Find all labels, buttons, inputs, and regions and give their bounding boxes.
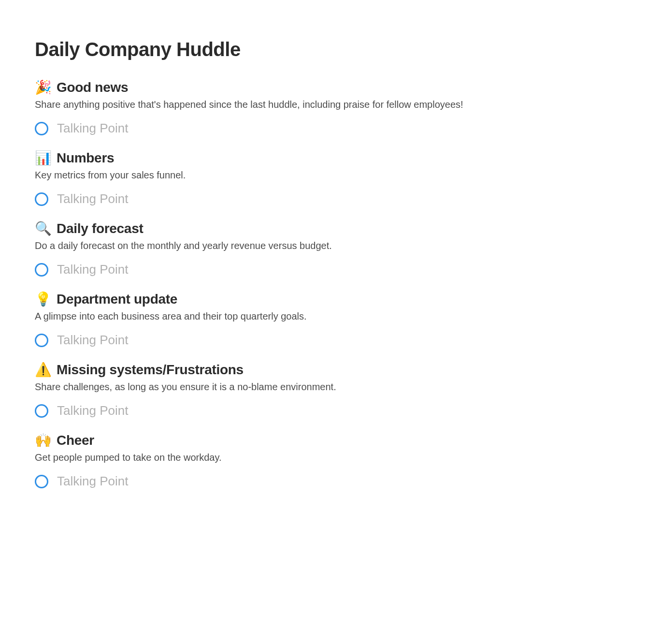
talking-point-input[interactable]: Talking Point [35,191,626,206]
talking-point-input[interactable]: Talking Point [35,403,626,418]
section-missing-systems: ⚠️ Missing systems/Frustrations Share ch… [35,362,626,418]
talking-point-placeholder: Talking Point [57,403,128,418]
circle-icon[interactable] [35,334,48,347]
circle-icon[interactable] [35,404,48,418]
section-header: 🔍 Daily forecast [35,221,626,236]
talking-point-placeholder: Talking Point [57,121,128,136]
section-title: Good news [57,80,128,95]
section-header: ⚠️ Missing systems/Frustrations [35,362,626,378]
talking-point-placeholder: Talking Point [57,262,128,277]
talking-point-input[interactable]: Talking Point [35,262,626,277]
talking-point-placeholder: Talking Point [57,191,128,206]
section-header: 📊 Numbers [35,150,626,166]
section-description: Share challenges, as long as you ensure … [35,381,626,394]
page: Daily Company Huddle 🎉 Good news Share a… [0,0,661,644]
section-title: Numbers [57,150,114,166]
section-description: A glimpse into each business area and th… [35,310,626,323]
talking-point-input[interactable]: Talking Point [35,474,626,489]
section-header: 💡 Department update [35,292,626,307]
section-header: 🎉 Good news [35,80,626,95]
talking-point-placeholder: Talking Point [57,333,128,348]
section-description: Do a daily forecast on the monthly and y… [35,239,626,252]
section-description: Get people pumped to take on the workday… [35,451,626,464]
section-numbers: 📊 Numbers Key metrics from your sales fu… [35,150,626,206]
bar-chart-icon: 📊 [35,151,52,165]
section-description: Key metrics from your sales funnel. [35,169,626,182]
talking-point-input[interactable]: Talking Point [35,121,626,136]
section-title: Missing systems/Frustrations [57,362,244,378]
section-title: Department update [57,292,177,307]
circle-icon[interactable] [35,192,48,206]
raising-hands-icon: 🙌 [35,434,52,447]
warning-icon: ⚠️ [35,363,52,377]
light-bulb-icon: 💡 [35,293,52,306]
section-header: 🙌 Cheer [35,433,626,448]
circle-icon[interactable] [35,475,48,488]
circle-icon[interactable] [35,122,48,135]
magnifying-glass-icon: 🔍 [35,222,52,235]
talking-point-placeholder: Talking Point [57,474,128,489]
talking-point-input[interactable]: Talking Point [35,333,626,348]
party-popper-icon: 🎉 [35,81,52,94]
section-good-news: 🎉 Good news Share anything positive that… [35,80,626,136]
section-department-update: 💡 Department update A glimpse into each … [35,292,626,348]
section-title: Cheer [57,433,94,448]
section-cheer: 🙌 Cheer Get people pumped to take on the… [35,433,626,489]
section-title: Daily forecast [57,221,143,236]
section-description: Share anything positive that's happened … [35,98,626,111]
circle-icon[interactable] [35,263,48,277]
page-title: Daily Company Huddle [35,39,626,60]
section-daily-forecast: 🔍 Daily forecast Do a daily forecast on … [35,221,626,277]
